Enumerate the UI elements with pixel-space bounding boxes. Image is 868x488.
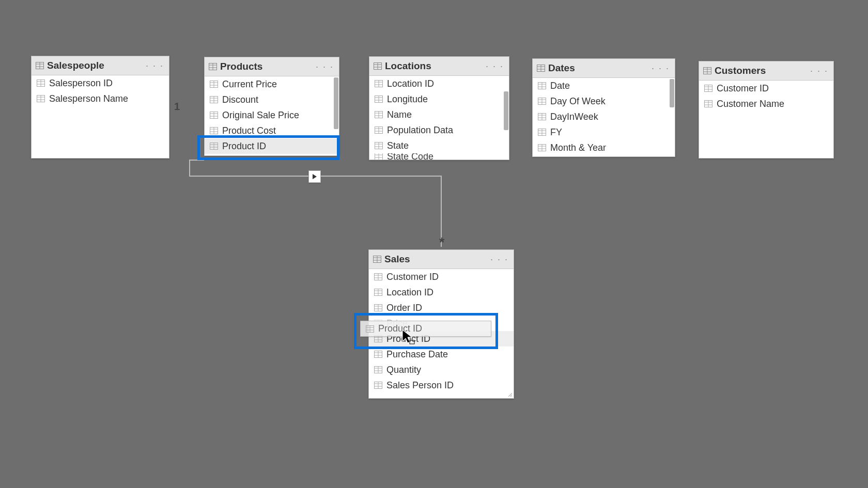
field-icon [375, 127, 383, 134]
table-title: Salespeople [47, 60, 145, 71]
field-icon [538, 98, 546, 105]
drag-ghost-product-id: Product ID [360, 321, 491, 337]
table-products[interactable]: Products · · · Current Price Discount Or… [204, 57, 339, 156]
table-fields: Current Price Discount Original Sale Pri… [205, 76, 339, 155]
field-current-price[interactable]: Current Price [205, 76, 339, 92]
table-menu-button[interactable]: · · · [145, 60, 165, 71]
scrollbar-thumb[interactable] [334, 77, 338, 129]
table-fields: Customer ID Customer Name [699, 81, 833, 158]
field-icon [210, 112, 218, 119]
relationship-filter-arrow[interactable] [308, 170, 321, 183]
field-icon [210, 127, 218, 134]
field-icon [366, 325, 374, 333]
field-state-code[interactable]: State Code [369, 153, 509, 160]
table-header[interactable]: Salespeople · · · [32, 56, 169, 75]
field-icon [210, 81, 218, 88]
table-header[interactable]: Products · · · [205, 57, 339, 76]
table-locations[interactable]: Locations · · · Location ID Longitude Na… [369, 56, 509, 160]
field-icon [374, 289, 382, 296]
field-icon [538, 113, 546, 120]
field-sales-person-id[interactable]: Sales Person ID [369, 377, 514, 393]
table-icon [703, 67, 711, 74]
table-menu-button[interactable]: · · · [489, 254, 509, 265]
table-title: Customers [715, 65, 809, 76]
field-icon [210, 143, 218, 150]
field-icon [538, 144, 546, 151]
field-dayinweek[interactable]: DayInWeek [533, 109, 675, 124]
field-icon [374, 382, 382, 389]
field-location-id[interactable]: Location ID [369, 285, 514, 300]
table-header[interactable]: Customers · · · [699, 61, 833, 81]
field-icon [375, 142, 383, 149]
field-icon [375, 80, 383, 87]
field-icon [538, 82, 546, 89]
field-product-id[interactable]: Product ID [205, 138, 339, 154]
field-fy[interactable]: FY [533, 124, 675, 140]
table-icon [36, 62, 44, 69]
field-icon [704, 85, 712, 92]
table-fields: Salesperson ID Salesperson Name [32, 75, 169, 158]
table-menu-button[interactable]: · · · [485, 61, 505, 72]
table-header[interactable]: Dates · · · [533, 59, 675, 78]
field-icon [375, 153, 383, 160]
field-icon [538, 129, 546, 136]
field-original-sale-price[interactable]: Original Sale Price [205, 107, 339, 123]
table-icon [374, 62, 382, 70]
table-customers[interactable]: Customers · · · Customer ID Customer Nam… [699, 61, 834, 159]
field-date[interactable]: Date [533, 78, 675, 93]
field-icon [375, 96, 383, 103]
field-customer-id[interactable]: Customer ID [369, 269, 514, 285]
field-month-year[interactable]: Month & Year [533, 140, 675, 155]
relationship-cardinality-one: 1 [174, 101, 180, 113]
scrollbar-thumb[interactable] [670, 79, 674, 107]
field-salesperson-id[interactable]: Salesperson ID [32, 75, 169, 91]
field-purchase-date[interactable]: Purchase Date [369, 347, 514, 362]
table-icon [373, 256, 381, 263]
field-icon [374, 273, 382, 280]
field-longitude[interactable]: Longitude [369, 91, 509, 107]
table-icon [537, 65, 545, 72]
model-canvas[interactable]: 1 * Salespeople · · · Salesperson ID Sal… [0, 0, 868, 488]
field-quantity[interactable]: Quantity [369, 362, 514, 377]
field-icon [374, 351, 382, 358]
field-icon [210, 96, 218, 103]
field-icon [37, 80, 45, 87]
field-discount[interactable]: Discount [205, 92, 339, 107]
field-order-id[interactable]: Order ID [369, 300, 514, 316]
table-menu-button[interactable]: · · · [809, 66, 829, 76]
table-title: Dates [548, 62, 650, 74]
table-menu-button[interactable]: · · · [315, 61, 335, 72]
field-product-cost[interactable]: Product Cost [205, 123, 339, 138]
field-icon [374, 366, 382, 373]
table-title: Sales [384, 254, 489, 265]
field-icon [374, 304, 382, 311]
table-menu-button[interactable]: · · · [650, 63, 671, 74]
field-salesperson-name[interactable]: Salesperson Name [32, 91, 169, 106]
field-name[interactable]: Name [369, 107, 509, 122]
table-title: Locations [385, 60, 485, 72]
field-icon [704, 100, 712, 107]
field-customer-id[interactable]: Customer ID [699, 81, 833, 96]
field-icon [37, 95, 45, 102]
field-icon [375, 111, 383, 118]
table-icon [209, 63, 217, 70]
relationship-cardinality-many: * [439, 234, 444, 250]
field-state[interactable]: State [369, 138, 509, 153]
field-customer-name[interactable]: Customer Name [699, 96, 833, 112]
field-location-id[interactable]: Location ID [369, 76, 509, 91]
table-header[interactable]: Sales · · · [369, 250, 514, 269]
table-fields: Date Day Of Week DayInWeek FY Month & Ye… [533, 78, 675, 156]
field-day-of-week[interactable]: Day Of Week [533, 93, 675, 109]
field-population-data[interactable]: Population Data [369, 122, 509, 138]
table-salespeople[interactable]: Salespeople · · · Salesperson ID Salespe… [31, 56, 169, 159]
table-header[interactable]: Locations · · · [369, 57, 509, 76]
table-fields: Location ID Longitude Name Population Da… [369, 76, 509, 160]
scrollbar-thumb[interactable] [504, 91, 508, 130]
table-dates[interactable]: Dates · · · Date Day Of Week DayInWeek F… [532, 58, 675, 157]
table-title: Products [220, 61, 315, 72]
